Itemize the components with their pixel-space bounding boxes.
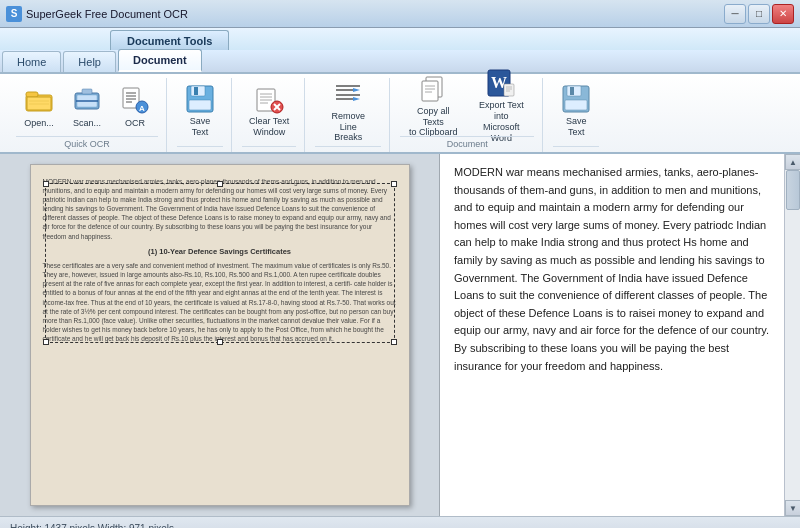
copy-all-button[interactable]: Copy all Textsto Clipboard <box>400 78 466 134</box>
linebreak-group-label <box>315 146 381 152</box>
svg-rect-46 <box>565 100 587 110</box>
quick-ocr-buttons: Open... Scan... <box>16 78 158 134</box>
save-text-label: SaveText <box>190 116 211 138</box>
ocr-label: OCR <box>125 118 145 129</box>
remove-breaks-button[interactable]: Remove LineBreaks <box>315 83 381 139</box>
export-word-button[interactable]: W Export Text intoMicrosoft Word <box>468 78 534 134</box>
svg-rect-18 <box>194 87 198 95</box>
ribbon-group-save2: SaveText <box>545 78 607 152</box>
scan-button[interactable]: Scan... <box>64 78 110 134</box>
ribbon-group-save: SaveText <box>169 78 232 152</box>
ribbon-group-linebreaks: Remove LineBreaks <box>307 78 390 152</box>
open-button[interactable]: Open... <box>16 78 62 134</box>
scan-icon <box>71 84 103 116</box>
save-text-label2: SaveText <box>566 116 587 138</box>
remove-breaks-icon <box>332 79 364 109</box>
clear-buttons: Clear TextWindow <box>242 78 296 144</box>
doc-tools-label: Document Tools <box>110 30 229 50</box>
handle-tl[interactable] <box>43 181 49 187</box>
svg-text:A: A <box>139 104 145 113</box>
tab-row: Home Help Document <box>0 50 800 74</box>
doc-tools-bar: Document Tools <box>0 28 800 50</box>
document-image: MODERN war means mechanised armies, tank… <box>30 164 410 506</box>
quick-ocr-group-label: Quick OCR <box>16 136 158 152</box>
clear-group-label <box>242 146 296 152</box>
window-controls[interactable]: ─ □ ✕ <box>724 4 794 24</box>
save2-icon <box>560 84 592 114</box>
tab-document[interactable]: Document <box>118 49 202 72</box>
maximize-button[interactable]: □ <box>748 4 770 24</box>
tab-home[interactable]: Home <box>2 51 61 72</box>
word-icon: W <box>485 68 517 98</box>
svg-rect-39 <box>504 84 514 96</box>
scroll-track <box>785 170 800 500</box>
app-icon: S <box>6 6 22 22</box>
clear-text-button[interactable]: Clear TextWindow <box>242 83 296 139</box>
right-panel-container: MODERN war means mechanised armies, tank… <box>440 154 800 516</box>
copy-all-label: Copy all Textsto Clipboard <box>407 106 459 138</box>
ocr-text-panel[interactable]: MODERN war means mechanised armies, tank… <box>440 154 784 516</box>
document-group-label: Document <box>400 136 534 152</box>
document-buttons: Copy all Textsto Clipboard W Export Text… <box>400 78 534 134</box>
folder-open-icon <box>23 84 55 116</box>
svg-rect-8 <box>82 89 92 94</box>
title-bar: S SuperGeek Free Document OCR ─ □ ✕ <box>0 0 800 28</box>
save2-group-label <box>553 146 599 152</box>
save-icon <box>184 84 216 114</box>
handle-bm[interactable] <box>217 339 223 345</box>
svg-rect-2 <box>27 97 51 110</box>
scan-label: Scan... <box>73 118 101 129</box>
document-image-panel[interactable]: MODERN war means mechanised armies, tank… <box>0 154 440 516</box>
status-bar: Height: 1437 pixels Width: 971 pixels <box>0 516 800 528</box>
ocr-icon: A <box>119 84 151 116</box>
clear-text-label: Clear TextWindow <box>249 116 289 138</box>
svg-rect-45 <box>570 87 574 95</box>
scroll-thumb[interactable] <box>786 170 800 210</box>
minimize-button[interactable]: ─ <box>724 4 746 24</box>
right-scrollbar[interactable]: ▲ ▼ <box>784 154 800 516</box>
close-button[interactable]: ✕ <box>772 4 794 24</box>
open-label: Open... <box>24 118 54 129</box>
scroll-up-arrow[interactable]: ▲ <box>785 154 800 170</box>
save-group-label <box>177 146 223 152</box>
remove-breaks-label: Remove LineBreaks <box>322 111 374 143</box>
tab-help[interactable]: Help <box>63 51 116 72</box>
main-area: MODERN war means mechanised armies, tank… <box>0 154 800 516</box>
selection-box <box>45 183 395 343</box>
save2-buttons: SaveText <box>553 78 599 144</box>
ribbon: Open... Scan... <box>0 74 800 154</box>
clear-icon <box>253 84 285 114</box>
save-text-button2[interactable]: SaveText <box>553 83 599 139</box>
copy-icon <box>417 74 449 104</box>
svg-rect-1 <box>26 92 38 97</box>
linebreak-buttons: Remove LineBreaks <box>315 78 381 144</box>
handle-br[interactable] <box>391 339 397 345</box>
status-text: Height: 1437 pixels Width: 971 pixels <box>10 523 174 528</box>
window-title: SuperGeek Free Document OCR <box>26 8 188 20</box>
title-bar-left: S SuperGeek Free Document OCR <box>6 6 188 22</box>
handle-tm[interactable] <box>217 181 223 187</box>
save-buttons: SaveText <box>177 78 223 144</box>
svg-rect-19 <box>189 100 211 110</box>
save-text-button[interactable]: SaveText <box>177 83 223 139</box>
scroll-down-arrow[interactable]: ▼ <box>785 500 800 516</box>
ribbon-group-document: Copy all Textsto Clipboard W Export Text… <box>392 78 543 152</box>
ribbon-group-clear: Clear TextWindow <box>234 78 305 152</box>
handle-bl[interactable] <box>43 339 49 345</box>
handle-tr[interactable] <box>391 181 397 187</box>
ribbon-group-quick-ocr: Open... Scan... <box>8 78 167 152</box>
svg-rect-33 <box>422 81 438 101</box>
ocr-button[interactable]: A OCR <box>112 78 158 134</box>
